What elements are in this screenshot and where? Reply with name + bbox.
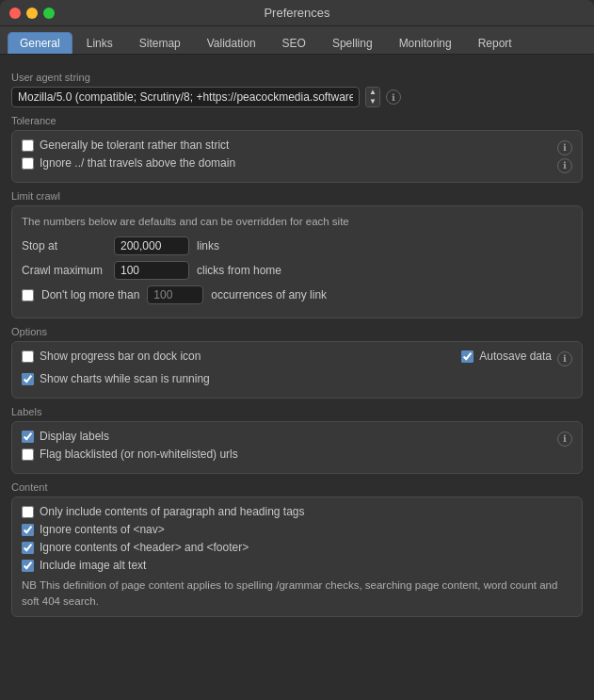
content-option-2: Ignore contents of <nav> xyxy=(22,523,572,536)
labels-section-label: Labels xyxy=(11,406,583,417)
window-title: Preferences xyxy=(264,6,329,20)
tolerance-info-2[interactable]: ℹ xyxy=(557,158,572,173)
options-left-col: Show progress bar on dock icon Show char… xyxy=(22,350,210,390)
dont-log-checkbox[interactable] xyxy=(22,289,34,301)
stop-at-row: Stop at links xyxy=(22,236,572,255)
stop-at-suffix: links xyxy=(197,239,219,252)
dont-log-input[interactable] xyxy=(147,285,203,304)
window-controls[interactable] xyxy=(9,8,55,19)
paragraph-heading-label: Only include contents of paragraph and h… xyxy=(40,505,305,518)
stepper-up[interactable]: ▲ xyxy=(366,88,379,97)
titlebar: Preferences xyxy=(0,0,594,26)
limit-crawl-label: Limit crawl xyxy=(11,190,583,202)
flag-blacklisted-checkbox[interactable] xyxy=(22,448,34,461)
tab-report[interactable]: Report xyxy=(466,32,524,54)
show-charts-checkbox[interactable] xyxy=(22,373,34,385)
option-autosave: Autosave data xyxy=(461,350,552,363)
tab-bar: General Links Sitemap Validation SEO Spe… xyxy=(0,26,594,55)
main-content: User agent string ▲ ▼ ℹ Tolerance Genera… xyxy=(0,55,594,634)
labels-panel: Display labels ℹ Flag blacklisted (or no… xyxy=(11,421,583,474)
tolerance-row-2: Ignore ../ that travels above the domain… xyxy=(22,156,572,174)
crawl-max-row: Crawl maximum clicks from home xyxy=(22,261,572,280)
labels-row-1: Display labels ℹ xyxy=(22,430,572,448)
progress-bar-checkbox[interactable] xyxy=(22,350,34,363)
close-button[interactable] xyxy=(9,8,21,19)
tab-monitoring[interactable]: Monitoring xyxy=(387,32,464,54)
limit-crawl-note: The numbers below are defaults and can b… xyxy=(22,214,572,229)
maximize-button[interactable] xyxy=(43,8,55,19)
tolerance-label: Tolerance xyxy=(11,115,583,126)
user-agent-label: User agent string xyxy=(11,72,583,83)
crawl-max-suffix: clicks from home xyxy=(197,264,281,277)
display-labels-label: Display labels xyxy=(40,430,109,443)
content-panel: Only include contents of paragraph and h… xyxy=(11,497,583,617)
content-section-label: Content xyxy=(11,481,583,493)
crawl-max-label: Crawl maximum xyxy=(22,264,106,277)
tab-seo[interactable]: SEO xyxy=(270,32,318,54)
autosave-label: Autosave data xyxy=(479,350,552,363)
ignore-nav-checkbox[interactable] xyxy=(22,524,34,536)
tolerance-checkbox-2[interactable] xyxy=(22,157,34,170)
tab-general[interactable]: General xyxy=(8,32,72,54)
user-agent-stepper[interactable]: ▲ ▼ xyxy=(365,87,380,107)
option-show-charts: Show charts while scan is running xyxy=(22,372,210,385)
tolerance-option-2-label: Ignore ../ that travels above the domain xyxy=(40,156,235,170)
tab-sitemap[interactable]: Sitemap xyxy=(127,32,193,54)
dont-log-label: Don't log more than xyxy=(41,288,139,301)
display-labels-checkbox[interactable] xyxy=(22,431,34,443)
tab-links[interactable]: Links xyxy=(74,32,125,54)
show-charts-label: Show charts while scan is running xyxy=(40,372,210,385)
tolerance-info-1[interactable]: ℹ xyxy=(557,140,572,155)
tolerance-option-2: Ignore ../ that travels above the domain xyxy=(22,156,235,170)
options-right-col: Autosave data ℹ xyxy=(461,350,572,367)
minimize-button[interactable] xyxy=(26,8,38,19)
content-nb-note: NB This definition of page content appli… xyxy=(22,578,572,609)
ignore-nav-label: Ignore contents of <nav> xyxy=(40,523,165,536)
autosave-info-icon[interactable]: ℹ xyxy=(557,351,572,366)
progress-bar-label: Show progress bar on dock icon xyxy=(40,350,201,363)
user-agent-info-icon[interactable]: ℹ xyxy=(386,90,401,105)
autosave-checkbox[interactable] xyxy=(461,350,474,363)
ignore-header-footer-label: Ignore contents of <header> and <footer> xyxy=(40,541,249,554)
tolerance-checkbox-1[interactable] xyxy=(22,139,34,152)
dont-log-row: Don't log more than occurrences of any l… xyxy=(22,285,572,304)
option-progress-bar: Show progress bar on dock icon xyxy=(22,350,210,363)
paragraph-heading-checkbox[interactable] xyxy=(22,506,34,518)
ignore-header-footer-checkbox[interactable] xyxy=(22,542,34,554)
tolerance-panel: Generally be tolerant rather than strict… xyxy=(11,130,583,183)
options-panel: Show progress bar on dock icon Show char… xyxy=(11,341,583,399)
include-alt-text-label: Include image alt text xyxy=(40,559,146,572)
flag-blacklisted-label: Flag blacklisted (or non-whitelisted) ur… xyxy=(40,448,238,461)
options-label: Options xyxy=(11,326,583,337)
label-display: Display labels xyxy=(22,430,109,443)
content-option-4: Include image alt text xyxy=(22,559,572,572)
limit-crawl-panel: The numbers below are defaults and can b… xyxy=(11,205,583,318)
content-option-1: Only include contents of paragraph and h… xyxy=(22,505,572,518)
labels-info-icon[interactable]: ℹ xyxy=(557,431,572,447)
user-agent-input[interactable] xyxy=(11,87,360,107)
dont-log-suffix: occurrences of any link xyxy=(211,288,327,301)
stop-at-input[interactable] xyxy=(114,236,189,255)
tolerance-row-1: Generally be tolerant rather than strict… xyxy=(22,138,572,156)
tab-spelling[interactable]: Spelling xyxy=(320,32,385,54)
include-alt-text-checkbox[interactable] xyxy=(22,560,34,572)
crawl-max-input[interactable] xyxy=(114,261,189,280)
tolerance-option-1: Generally be tolerant rather than strict xyxy=(22,138,229,152)
stepper-down[interactable]: ▼ xyxy=(366,97,379,106)
label-blacklist: Flag blacklisted (or non-whitelisted) ur… xyxy=(22,448,572,461)
content-option-3: Ignore contents of <header> and <footer> xyxy=(22,541,572,554)
stop-at-label: Stop at xyxy=(22,239,106,252)
user-agent-row: ▲ ▼ ℹ xyxy=(11,87,583,107)
tolerance-option-1-label: Generally be tolerant rather than strict xyxy=(40,138,229,152)
tab-validation[interactable]: Validation xyxy=(195,32,268,54)
